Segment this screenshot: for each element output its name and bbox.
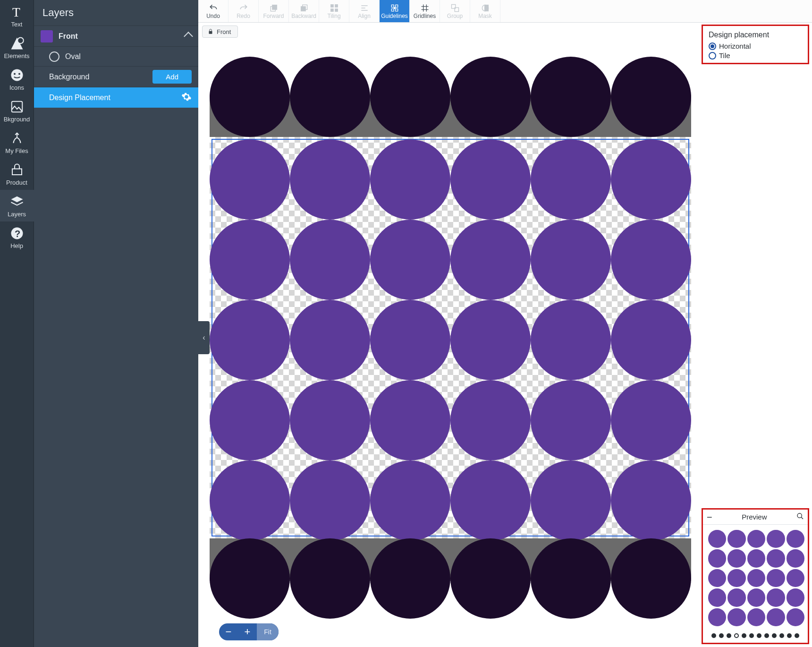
preview-collapse-button[interactable]: − [707,514,712,520]
preview-page-dot[interactable] [764,633,769,638]
bleed-circle [370,538,450,619]
zoom-in-button[interactable]: + [238,623,257,640]
layer-oval-label: Oval [65,52,81,61]
svg-text:?: ? [15,229,20,239]
preview-circle [787,530,804,548]
rail-product-label: Product [6,179,27,186]
canvas-tab-front[interactable]: Front [202,26,238,38]
rail-layers[interactable]: Layers [0,190,34,221]
preview-page-dot[interactable] [734,633,739,638]
forward-icon [269,3,279,13]
zoom-out-button[interactable]: − [219,623,238,640]
placement-tile-label: Tile [719,51,730,60]
preview-page-dot[interactable] [757,633,761,638]
rail-bkground-label: Bkground [4,116,30,123]
preview-page-dot[interactable] [779,633,784,638]
preview-zoom-button[interactable] [796,512,804,521]
bleed-circle [210,538,290,619]
toolbar-group: Group [440,0,470,22]
pattern-circle [611,139,691,220]
gridlines-icon [420,3,430,13]
rail-help[interactable]: ? Help [0,221,34,253]
layer-design-placement[interactable]: Design Placement [34,87,198,108]
preview-page-dot[interactable] [719,633,724,638]
toolbar-gridlines[interactable]: Gridlines [410,0,440,22]
bleed-circle [210,57,290,137]
panel-collapse-toggle[interactable]: ‹ [198,321,210,354]
pattern-circle [370,460,450,541]
layers-panel: Layers Front Oval Background Add Design … [34,0,198,647]
svg-rect-8 [12,169,22,175]
preview-circle [727,569,745,587]
rail-help-label: Help [10,242,23,249]
add-background-button[interactable]: Add [152,70,192,84]
preview-circle [767,588,785,606]
placement-option-horizontal[interactable]: Horizontal [709,42,802,50]
toolbar-guidelines[interactable]: Guidelines [380,0,410,22]
svg-rect-15 [330,4,333,7]
preview-page-dot[interactable] [742,633,746,638]
rail-elements-label: Elements [4,52,29,60]
rail-bkground[interactable]: Bkground [0,95,34,127]
placement-option-tile[interactable]: Tile [709,51,802,60]
chevron-up-icon [184,32,193,41]
layer-oval[interactable]: Oval [34,46,198,66]
canvas-tab-label: Front [217,28,231,35]
toolbar-label: Backward [291,13,316,19]
rail-elements[interactable]: Elements [0,32,34,63]
undo-icon [208,3,219,13]
rail-text[interactable]: T Text [0,0,34,32]
preview-page-dot[interactable] [787,633,792,638]
radio-icon [709,43,716,50]
align-icon [359,3,370,13]
svg-rect-17 [330,9,333,11]
preview-circle [767,549,785,567]
pattern-circle [450,380,531,460]
zoom-fit-button[interactable]: Fit [257,623,279,640]
svg-rect-24 [209,31,212,34]
zoom-control: − + Fit [219,623,279,640]
design-placement-title: Design placement [709,31,802,39]
bleed-circle [290,538,370,619]
pattern-circle [210,460,290,541]
pattern-circle [210,380,290,460]
svg-point-6 [18,73,20,75]
preview-circle [787,588,804,606]
backward-icon [299,3,309,13]
mask-icon [480,3,491,13]
preview-circle [767,569,785,587]
preview-page-dot[interactable] [727,633,731,638]
pattern-circle [450,300,531,380]
preview-page-dot[interactable] [711,633,716,638]
rail-product[interactable]: Product [0,158,34,190]
layer-front[interactable]: Front [34,26,198,46]
placement-horizontal-label: Horizontal [719,42,751,50]
gear-icon [181,92,192,104]
pattern-circle [290,380,370,460]
pattern-circle [210,300,290,380]
svg-rect-7 [11,102,22,112]
preview-page-dot[interactable] [795,633,799,638]
pattern-circle [290,300,370,380]
rail-my-files[interactable]: My Files [0,127,34,158]
toolbar-label: Redo [237,13,250,19]
toolbar-undo[interactable]: Undo [198,0,228,22]
rail-icons[interactable]: Icons [0,63,34,95]
preview-page-dot[interactable] [749,633,754,638]
rail-icons-label: Icons [9,84,24,91]
layer-background-label: Background [49,73,89,81]
design-canvas[interactable] [210,94,691,581]
left-rail: T Text Elements Icons Bkground My Files … [0,0,34,647]
svg-rect-12 [272,5,277,9]
pattern-circle [531,139,611,220]
svg-rect-23 [484,5,488,11]
toolbar-forward: Forward [259,0,289,22]
svg-point-19 [394,7,395,9]
toolbar-label: Group [447,13,463,19]
preview-page-dot[interactable] [772,633,777,638]
preview-circle [747,549,765,567]
preview-circle [727,608,745,626]
preview-circle [747,588,765,606]
pattern-circle [370,139,450,220]
design-placement-panel: Design placement Horizontal Tile [702,25,809,64]
